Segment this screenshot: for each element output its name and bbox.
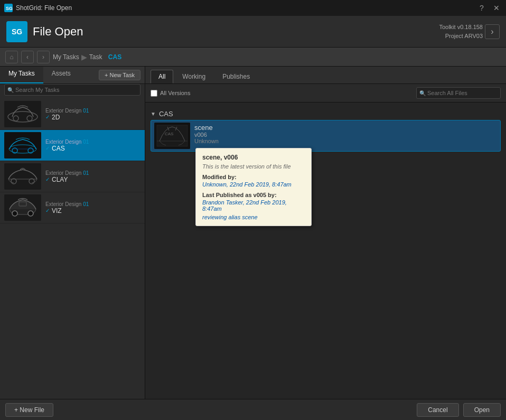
expand-button[interactable]: › [485,24,500,39]
tab-working[interactable]: Working [174,70,213,83]
car-sketch-2 [4,132,41,158]
tooltip-title: scene, v006 [202,154,305,161]
task-info: Exterior Design 01 ✓ VIZ [45,201,140,214]
task-project: Exterior Design 01 [45,139,140,145]
list-item[interactable]: Exterior Design 01 ✓ CLAY [0,161,145,192]
tab-my-tasks[interactable]: My Tasks [0,67,43,83]
breadcrumb-link[interactable]: My Tasks [53,53,79,61]
file-info: scene v006 Unknown [190,123,223,145]
collapse-icon: ▼ [151,111,156,117]
task-thumbnail [4,163,41,190]
car-sketch-4 [4,194,41,221]
task-thumbnail [4,194,41,221]
close-button[interactable]: ✕ [491,3,502,13]
open-button[interactable]: Open [463,403,501,417]
task-project: Exterior Design 01 [45,170,140,176]
cas-group-label: CAS [159,110,173,118]
task-info: Exterior Design 01 ✓ CLAY [45,170,140,183]
bottom-right: Cancel Open [417,403,501,417]
task-name: ✓ CAS [45,145,140,152]
back-button[interactable]: ‹ [21,51,34,63]
tooltip-note: reviewing alias scene [202,214,305,220]
task-name: ✓ 2D [45,114,140,121]
all-versions-checkbox[interactable] [151,90,157,97]
shotgrid-logo: SG [6,21,27,42]
cas-group: ▼ CAS [151,108,501,152]
toolkit-info: Toolkit v0.18.158 Project ARV03 [439,23,483,40]
svg-rect-6 [4,132,41,158]
titlebar-left: SG ShotGrid: File Open [4,4,72,12]
check-icon: ✓ [45,114,50,120]
task-thumbnail [4,101,41,127]
search-files-input[interactable] [416,87,501,99]
search-files-wrapper: 🔍 [416,87,501,99]
project-num: 01 [83,108,89,114]
all-versions-checkbox-label[interactable]: All Versions [151,90,190,97]
project-label: Project ARV03 [439,32,483,41]
titlebar-title: ShotGrid: File Open [16,4,72,12]
check-icon: ✓ [45,208,50,213]
list-item[interactable]: Exterior Design 01 ✓ 2D [0,99,145,130]
svg-text:SG: SG [6,6,13,11]
file-version: v006 [194,132,219,138]
file-thumbnail: CAS [154,123,190,149]
home-button[interactable]: ⌂ [5,51,18,63]
header: SG File Open Toolkit v0.18.158 Project A… [0,16,506,48]
right-controls: All Versions 🔍 [145,84,506,102]
search-files-icon: 🔍 [419,90,426,96]
new-task-button[interactable]: + New Task [99,70,140,80]
file-item[interactable]: CAS scene v006 Unknown [151,120,501,152]
tooltip-published-value: Brandon Tasker, 22nd Feb 2019, 8:47am [202,199,305,212]
file-name: scene [194,124,219,132]
tooltip-modified-label: Modified by: [202,174,305,180]
all-versions-label: All Versions [160,90,190,96]
file-area: ▼ CAS [145,102,506,399]
titlebar: SG ShotGrid: File Open ? ✕ [0,0,506,16]
task-project: Exterior Design 01 [45,108,140,114]
list-item[interactable]: Exterior Design 01 ✓ CAS [0,130,145,161]
app-icon: SG [4,4,13,12]
titlebar-controls: ? ✕ [476,3,502,13]
project-num: 01 [83,170,89,176]
right-tab-bar: All Working Publishes [145,67,506,84]
breadcrumb-task: Task [89,53,102,61]
tooltip-published-label: Last Published as v005 by: [202,192,305,198]
file-tooltip: scene, v006 This is the latest version o… [195,148,312,226]
check-icon: ✓ [45,176,50,182]
app-title: File Open [33,25,83,39]
tab-all[interactable]: All [151,70,173,83]
cancel-button[interactable]: Cancel [417,403,458,417]
new-file-button[interactable]: + New File [5,403,53,417]
task-info: Exterior Design 01 ✓ CAS [45,139,140,152]
svg-text:CAS: CAS [165,132,173,136]
search-tasks-input[interactable] [4,84,140,96]
breadcrumb-separator: ▶ [81,53,87,61]
header-right: Toolkit v0.18.158 Project ARV03 › [439,23,500,40]
car-sketch-1 [4,101,41,127]
check-icon: ✓ [45,145,50,151]
tab-publishes[interactable]: Publishes [214,70,258,83]
task-info: Exterior Design 01 ✓ 2D [45,108,140,121]
forward-button[interactable]: › [37,51,50,63]
toolkit-version: Toolkit v0.18.158 [439,23,483,32]
breadcrumb-current: CAS [108,53,121,61]
left-tab-bar: My Tasks Assets + New Task [0,67,145,84]
tab-assets[interactable]: Assets [43,67,79,83]
bottom-bar: + New File Cancel Open [0,399,506,420]
cas-group-header[interactable]: ▼ CAS [151,108,501,120]
task-list: Exterior Design 01 ✓ 2D [0,99,145,399]
task-name: ✓ CLAY [45,176,140,183]
search-tasks-wrapper: 🔍 [4,84,140,96]
task-project: Exterior Design 01 [45,201,140,207]
svg-point-15 [12,211,17,216]
tooltip-modified-value: Unknown, 22nd Feb 2019, 8:47am [202,181,305,188]
right-panel: All Working Publishes All Versions 🔍 ▼ C… [145,67,506,399]
car-sketch-3 [4,163,41,190]
breadcrumb-space [104,53,106,61]
left-panel: My Tasks Assets + New Task 🔍 [0,67,145,399]
list-item[interactable]: Exterior Design 01 ✓ VIZ [0,192,145,223]
main-area: My Tasks Assets + New Task 🔍 [0,67,506,399]
file-user: Unknown [194,138,219,144]
help-button[interactable]: ? [476,3,487,13]
svg-point-16 [28,211,33,216]
